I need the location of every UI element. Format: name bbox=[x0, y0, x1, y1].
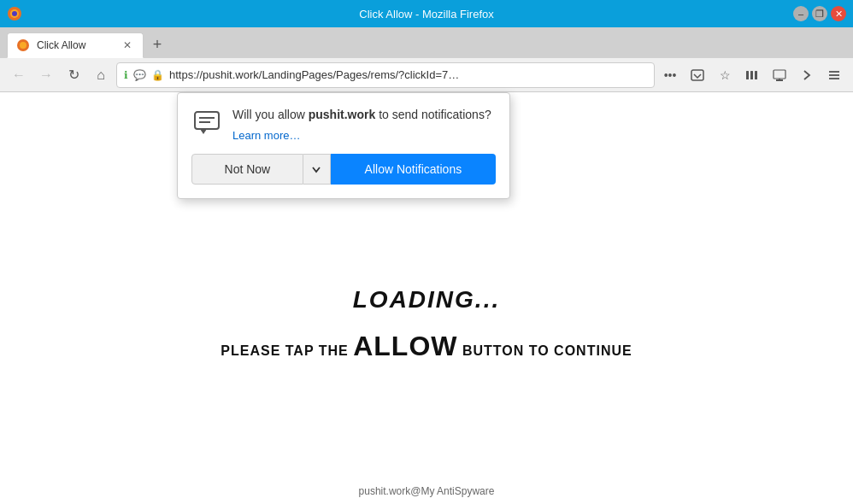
pocket-icon bbox=[691, 68, 704, 82]
allow-notifications-button[interactable]: Allow Notifications bbox=[331, 154, 496, 185]
popup-question-suffix: to send notifications? bbox=[375, 108, 491, 121]
popup-header: Will you allow pushit.work to send notif… bbox=[191, 107, 496, 142]
instruction-suffix: BUTTON TO CONTINUE bbox=[457, 343, 632, 358]
titlebar: Click Allow - Mozilla Firefox – ❐ ✕ bbox=[0, 0, 853, 27]
instruction-prefix: PLEASE TAP THE bbox=[221, 343, 353, 358]
svg-marker-18 bbox=[200, 129, 207, 134]
svg-rect-5 bbox=[691, 70, 703, 80]
active-tab[interactable]: Click Allow ✕ bbox=[7, 32, 144, 58]
back-button[interactable]: ← bbox=[7, 63, 31, 87]
url-input[interactable] bbox=[169, 68, 647, 81]
new-tab-button[interactable]: + bbox=[145, 32, 169, 56]
svg-point-4 bbox=[20, 42, 26, 49]
learn-more-link[interactable]: Learn more… bbox=[232, 129, 491, 142]
overflow-menu-button[interactable]: ••• bbox=[658, 63, 682, 87]
svg-rect-6 bbox=[746, 71, 749, 79]
window-title: Click Allow - Mozilla Firefox bbox=[359, 8, 493, 21]
tab-close-button[interactable]: ✕ bbox=[121, 38, 134, 52]
svg-point-2 bbox=[12, 11, 17, 16]
chevron-down-icon bbox=[311, 164, 321, 174]
popup-question-prefix: Will you allow bbox=[232, 108, 309, 121]
home-button[interactable]: ⌂ bbox=[89, 63, 113, 87]
svg-rect-9 bbox=[774, 70, 785, 79]
library-button[interactable] bbox=[740, 63, 764, 87]
popup-question: Will you allow pushit.work to send notif… bbox=[232, 107, 491, 142]
pocket-button[interactable] bbox=[685, 63, 709, 87]
hamburger-icon bbox=[827, 68, 841, 82]
address-bar[interactable]: ℹ 💬 🔒 bbox=[116, 62, 655, 88]
tab-title: Click Allow bbox=[37, 39, 114, 51]
loading-text: LOADING... bbox=[221, 286, 632, 314]
not-now-dropdown-button[interactable] bbox=[303, 154, 331, 185]
hamburger-menu-button[interactable] bbox=[822, 63, 846, 87]
popup-buttons: Not Now Allow Notifications bbox=[191, 154, 496, 185]
popup-domain: pushit.work bbox=[309, 108, 376, 121]
bookmark-button[interactable]: ☆ bbox=[713, 63, 737, 87]
footer-text: pushit.work@My AntiSpyware bbox=[359, 485, 495, 497]
reload-button[interactable]: ↻ bbox=[62, 63, 85, 87]
instruction-allow: ALLOW bbox=[353, 331, 457, 361]
close-window-button[interactable]: ✕ bbox=[831, 6, 846, 21]
tab-favicon-icon bbox=[16, 38, 30, 52]
notification-indicator-icon: 💬 bbox=[133, 69, 146, 81]
not-now-button[interactable]: Not Now bbox=[191, 154, 303, 185]
maximize-button[interactable]: ❐ bbox=[812, 6, 827, 21]
more-tools-button[interactable] bbox=[795, 63, 819, 87]
minimize-button[interactable]: – bbox=[793, 6, 809, 21]
notification-popup: Will you allow pushit.work to send notif… bbox=[177, 92, 510, 199]
svg-rect-7 bbox=[750, 71, 753, 79]
sync-icon bbox=[773, 68, 786, 82]
svg-rect-15 bbox=[195, 112, 219, 129]
library-icon bbox=[745, 68, 759, 82]
chevron-right-icon bbox=[800, 68, 814, 82]
sync-button[interactable] bbox=[768, 63, 791, 87]
info-icon: ℹ bbox=[124, 69, 128, 81]
instruction-text: PLEASE TAP THE ALLOW BUTTON TO CONTINUE bbox=[221, 331, 632, 362]
firefox-logo-icon bbox=[7, 6, 22, 21]
window-controls: – ❐ ✕ bbox=[793, 6, 846, 21]
navbar: ← → ↻ ⌂ ℹ 💬 🔒 ••• ☆ bbox=[0, 58, 853, 92]
tab-bar: Click Allow ✕ + bbox=[0, 27, 853, 58]
forward-button[interactable]: → bbox=[34, 63, 58, 87]
chat-bubble-icon bbox=[191, 107, 222, 138]
lock-icon: 🔒 bbox=[151, 69, 164, 81]
svg-rect-8 bbox=[755, 71, 757, 79]
